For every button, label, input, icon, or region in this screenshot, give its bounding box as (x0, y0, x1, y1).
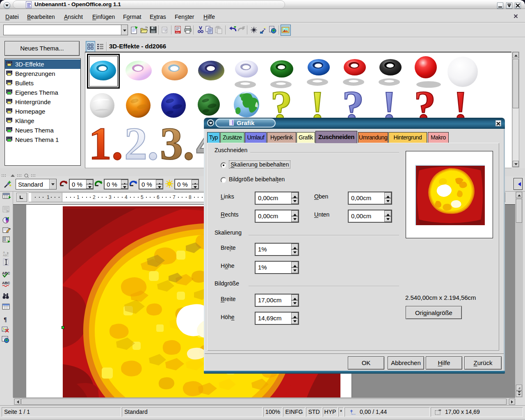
svg-text:¶: ¶ (4, 317, 7, 323)
svg-text:ABC: ABC (2, 281, 10, 285)
svg-text:7: 7 (173, 194, 176, 200)
svg-text:3.: 3. (160, 118, 194, 168)
svg-text:3: 3 (109, 194, 112, 200)
svg-text:4: 4 (125, 194, 128, 200)
svg-text:8: 8 (189, 194, 192, 200)
svg-text:2: 2 (93, 194, 96, 200)
svg-text:6: 6 (157, 194, 160, 200)
svg-text:ABC: ABC (3, 254, 9, 257)
svg-text:1: 1 (47, 194, 50, 200)
svg-text:5: 5 (141, 194, 144, 200)
svg-text:1: 1 (77, 194, 80, 200)
svg-text:1.: 1. (89, 118, 123, 168)
svg-text:PDF: PDF (176, 31, 180, 34)
svg-text:2.: 2. (124, 118, 159, 168)
